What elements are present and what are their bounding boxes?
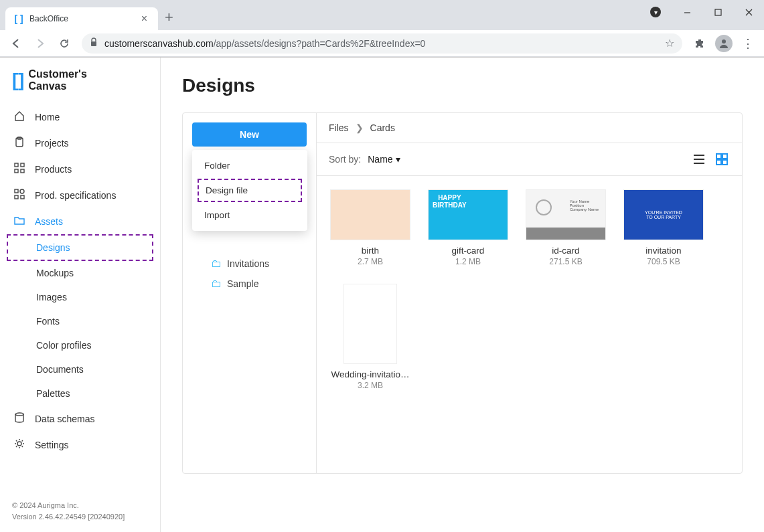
folder-icon: 🗀 bbox=[211, 278, 222, 290]
footer-version: Version 2.46.42.24549 [20240920] bbox=[12, 511, 148, 523]
nav-home[interactable]: Home bbox=[0, 104, 160, 130]
svg-point-17 bbox=[17, 442, 21, 446]
dropdown-design-file[interactable]: Design file bbox=[198, 179, 302, 202]
gear-icon bbox=[13, 438, 25, 451]
svg-rect-24 bbox=[722, 160, 727, 165]
nav-fonts[interactable]: Fonts bbox=[0, 309, 160, 333]
reload-button[interactable] bbox=[54, 33, 75, 54]
tabstrip: [ ] BackOffice × + ▾ bbox=[0, 6, 764, 30]
nav-products[interactable]: Products bbox=[0, 156, 160, 182]
file-name: id-card bbox=[552, 246, 579, 256]
nav-label: Images bbox=[36, 292, 67, 302]
browser-tab[interactable]: [ ] BackOffice × bbox=[5, 7, 158, 30]
nav-prod-specs[interactable]: Prod. specifications bbox=[0, 182, 160, 208]
nav-label: Mockups bbox=[36, 268, 74, 278]
svg-rect-23 bbox=[716, 160, 721, 165]
maximize-button[interactable] bbox=[702, 1, 733, 23]
grid-view-button[interactable] bbox=[714, 151, 730, 167]
nav-label: Prod. specifications bbox=[35, 190, 116, 201]
logo[interactable]: [ ] Customer's Canvas bbox=[0, 66, 160, 104]
nav-label: Assets bbox=[35, 216, 63, 227]
thumbnail bbox=[330, 189, 410, 240]
nav-images[interactable]: Images bbox=[0, 285, 160, 309]
database-icon bbox=[13, 412, 25, 425]
new-dropdown: Folder Design file Import bbox=[192, 150, 307, 231]
forward-button[interactable] bbox=[29, 33, 51, 54]
sortby-dropdown[interactable]: Name ▾ bbox=[368, 154, 400, 165]
svg-rect-10 bbox=[15, 169, 18, 173]
page-title: Designs bbox=[182, 75, 743, 96]
file-size: 3.2 MB bbox=[358, 381, 383, 390]
nav-projects[interactable]: Projects bbox=[0, 130, 160, 156]
file-card-invitation[interactable]: YOU'RE INVITEDTO OUR PARTY invitation 70… bbox=[623, 189, 704, 266]
file-name: Wedding-invitatio… bbox=[331, 369, 410, 379]
svg-rect-4 bbox=[91, 41, 96, 46]
file-card-id[interactable]: Your NamePositionCompany Name id-card 27… bbox=[526, 189, 606, 266]
dropdown-import[interactable]: Import bbox=[192, 203, 307, 227]
url-field[interactable]: customerscanvashub.com/app/assets/design… bbox=[82, 33, 682, 54]
file-card-wedding[interactable]: Wedding-invitatio… 3.2 MB bbox=[330, 284, 410, 390]
svg-rect-8 bbox=[15, 163, 18, 167]
nav-settings[interactable]: Settings bbox=[0, 432, 160, 458]
footer-copyright: © 2024 Aurigma Inc. bbox=[12, 500, 148, 511]
folder-icon: 🗀 bbox=[211, 258, 222, 270]
nav-list: Home Projects Products Prod. specificati… bbox=[0, 104, 160, 495]
extensions-icon[interactable] bbox=[689, 33, 710, 54]
browser-chrome: [ ] BackOffice × + ▾ bbox=[0, 0, 764, 58]
breadcrumb-root[interactable]: Files bbox=[329, 122, 349, 133]
file-grid: birth 2.7 MB HAPPYBIRTHDAY gift-card 1.2… bbox=[317, 176, 742, 404]
new-button[interactable]: New bbox=[192, 122, 307, 147]
bookmark-icon[interactable]: ☆ bbox=[665, 37, 674, 50]
back-button[interactable] bbox=[5, 33, 27, 54]
tab-favicon: [ ] bbox=[13, 13, 24, 24]
designs-panel: New Folder Design file Import 🗀 Invitati… bbox=[182, 112, 743, 474]
file-card-birth[interactable]: birth 2.7 MB bbox=[330, 189, 410, 266]
nav-mockups[interactable]: Mockups bbox=[0, 261, 160, 285]
nav-documents[interactable]: Documents bbox=[0, 357, 160, 381]
close-tab-icon[interactable]: × bbox=[139, 13, 150, 25]
chevron-down-icon: ▾ bbox=[396, 154, 400, 165]
minimize-button[interactable] bbox=[672, 1, 702, 23]
tree-item-invitations[interactable]: 🗀 Invitations bbox=[211, 254, 307, 274]
sortby-value: Name bbox=[368, 154, 392, 165]
address-bar: customerscanvashub.com/app/assets/design… bbox=[0, 30, 764, 57]
nav-label: Fonts bbox=[36, 316, 60, 327]
profile-icon[interactable] bbox=[713, 33, 735, 54]
nav-designs[interactable]: Designs bbox=[7, 234, 153, 261]
toolbar: Sort by: Name ▾ bbox=[317, 143, 742, 176]
nav-label: Projects bbox=[35, 138, 69, 149]
tab-title: BackOffice bbox=[29, 14, 133, 23]
nav-label: Products bbox=[35, 164, 72, 175]
breadcrumb: Files ❯ Cards bbox=[317, 113, 742, 143]
specs-icon bbox=[13, 189, 25, 201]
tab-search-icon[interactable]: ▾ bbox=[650, 7, 661, 17]
chrome-menu-icon[interactable]: ⋮ bbox=[737, 33, 759, 54]
sidebar-footer: © 2024 Aurigma Inc. Version 2.46.42.2454… bbox=[0, 495, 160, 527]
new-tab-button[interactable]: + bbox=[165, 9, 173, 26]
svg-rect-1 bbox=[715, 9, 721, 15]
folder-icon bbox=[13, 215, 25, 228]
file-size: 271.5 KB bbox=[549, 257, 582, 266]
file-card-gift[interactable]: HAPPYBIRTHDAY gift-card 1.2 MB bbox=[428, 189, 508, 266]
nav-assets[interactable]: Assets bbox=[0, 208, 160, 234]
nav-label: Palettes bbox=[36, 388, 70, 399]
tree-item-sample[interactable]: 🗀 Sample bbox=[211, 274, 307, 294]
thumbnail: Your NamePositionCompany Name bbox=[526, 189, 606, 240]
file-name: birth bbox=[362, 246, 379, 256]
nav-color-profiles[interactable]: Color profiles bbox=[0, 333, 160, 357]
thumbnail: HAPPYBIRTHDAY bbox=[428, 189, 508, 240]
thumbnail bbox=[343, 284, 397, 364]
nav-label: Data schemas bbox=[35, 414, 94, 424]
list-view-button[interactable] bbox=[691, 151, 707, 167]
tree-label: Invitations bbox=[227, 258, 269, 269]
nav-palettes[interactable]: Palettes bbox=[0, 381, 160, 406]
nav-label: Home bbox=[35, 112, 60, 122]
svg-rect-11 bbox=[21, 169, 24, 173]
close-window-button[interactable] bbox=[733, 1, 764, 23]
sidebar: [ ] Customer's Canvas Home Projects Prod… bbox=[0, 58, 161, 532]
dropdown-folder[interactable]: Folder bbox=[192, 154, 307, 177]
file-size: 2.7 MB bbox=[358, 257, 383, 266]
nav-data-schemas[interactable]: Data schemas bbox=[0, 406, 160, 432]
breadcrumb-current: Cards bbox=[370, 122, 395, 133]
nav-label: Documents bbox=[36, 364, 84, 375]
